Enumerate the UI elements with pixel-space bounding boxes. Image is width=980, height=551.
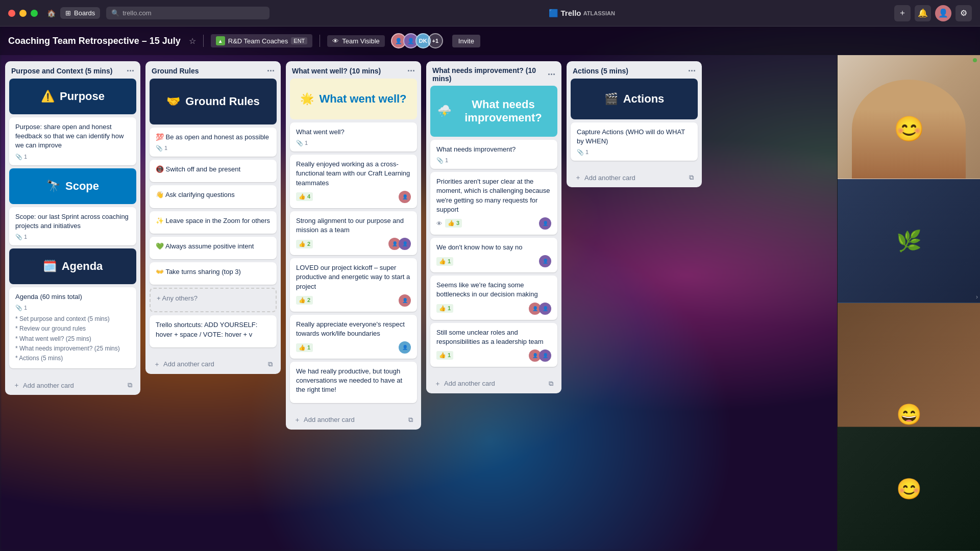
- member-avatar-extra[interactable]: +1: [428, 33, 443, 48]
- agenda-banner-text: Agenda: [62, 260, 103, 273]
- ww-card-2[interactable]: Strong alignment to our purpose and miss…: [290, 211, 417, 255]
- url-text: trello.com: [122, 9, 151, 17]
- agenda-attachment-badge: 📎 1: [15, 305, 27, 311]
- workspace-icon: ▲: [216, 36, 225, 45]
- rule-card-6[interactable]: 👐 Take turns sharing (top 3): [150, 262, 277, 285]
- board-title: Coaching Team Retrospective – 15 July: [8, 36, 181, 46]
- went-well-banner-card[interactable]: 🌟 What went well?: [290, 79, 417, 119]
- back-button[interactable]: 🏠: [44, 6, 58, 20]
- ni-vote-2[interactable]: 👍 1: [436, 257, 453, 266]
- notification-bell-icon[interactable]: 🔔: [915, 5, 931, 21]
- agenda-banner-card[interactable]: 🗓️ Agenda: [9, 248, 136, 284]
- rule-1-attachment: 📎 1: [156, 145, 167, 152]
- ground-rules-emoji: 🤝: [166, 95, 180, 108]
- ww-card-1[interactable]: Really enjoyed working as a cross-functi…: [290, 155, 417, 208]
- add-card-went-well[interactable]: ＋ Add another card ⧉: [290, 412, 417, 428]
- column-actions: Actions (5 mins) ··· 🎬 Actions Capture A…: [567, 61, 702, 187]
- video-person-2: 🌿: [838, 179, 980, 303]
- ni-header-card[interactable]: What needs improvement? 📎 1: [430, 140, 557, 169]
- add-card-ni[interactable]: ＋ Add another card ⧉: [430, 376, 557, 391]
- add-card-actions[interactable]: ＋ Add another card ⧉: [571, 170, 698, 185]
- actions-banner-card[interactable]: 🎬 Actions: [571, 79, 698, 119]
- column-menu-purpose[interactable]: ···: [127, 66, 134, 76]
- rule-card-4[interactable]: ✨ Leave space in the Zoom for others: [150, 211, 277, 234]
- new-tab-button[interactable]: ＋: [894, 5, 911, 21]
- ni-banner-card[interactable]: ⛈️ What needs improvement?: [430, 86, 557, 137]
- ww-header-attach: 📎 1: [296, 140, 308, 146]
- ww-card-3-text: LOVED our project kickoff – super produc…: [296, 263, 411, 291]
- ni-card-2[interactable]: We don't know how to say no 👍 1 👤: [430, 238, 557, 272]
- ww-card-4[interactable]: Really appreciate everyone's respect tow…: [290, 315, 417, 359]
- any-others-card[interactable]: + Any others?: [150, 288, 277, 312]
- video-tile-1: 😊: [838, 55, 980, 179]
- purpose-banner-card[interactable]: ⚠️ Purpose: [9, 79, 136, 114]
- visibility-tag[interactable]: 👁 Team Visible: [327, 35, 384, 47]
- scope-text-card[interactable]: Scope: our last Sprint across coaching p…: [9, 207, 136, 245]
- rule-card-5[interactable]: 💚 Always assume positive intent: [150, 237, 277, 259]
- rule-card-1[interactable]: 💯 Be as open and honest as possible 📎 1: [150, 128, 277, 157]
- minimize-button[interactable]: [19, 10, 27, 17]
- column-menu-ground-rules[interactable]: ···: [267, 66, 275, 76]
- actions-attach: 📎 1: [577, 149, 589, 156]
- ground-rules-banner-card[interactable]: 🤝 Ground Rules: [150, 79, 277, 124]
- invite-button[interactable]: Invite: [452, 35, 480, 47]
- board-area: Purpose and Context (5 mins) ··· ⚠️ Purp…: [0, 55, 837, 551]
- rule-card-2[interactable]: 📵 Switch off and be present: [150, 160, 277, 182]
- search-icon: 🔍: [111, 9, 119, 17]
- ni-eye-badge: 👁: [436, 220, 442, 227]
- column-header-ground-rules: Ground Rules ···: [145, 61, 281, 79]
- ni-card-1-text: Priorities aren't super clear at the mom…: [436, 177, 551, 214]
- column-menu-ni[interactable]: ···: [548, 70, 555, 79]
- ww-vote-4[interactable]: 👍 1: [296, 343, 313, 352]
- column-ground-rules: Ground Rules ··· 🤝 Ground Rules 💯 Be as …: [145, 61, 281, 374]
- scope-banner-card[interactable]: 🔭 Scope: [9, 168, 136, 204]
- ni-emoji: ⛈️: [437, 105, 451, 118]
- star-button[interactable]: ☆: [189, 36, 196, 46]
- ni-vote-3[interactable]: 👍 1: [436, 304, 453, 313]
- purpose-text: Purpose: share open and honest feedback …: [15, 122, 130, 151]
- add-card-purpose[interactable]: ＋ Add another card ⧉: [9, 378, 136, 393]
- actions-card-1[interactable]: Capture Actions (WHO will do WHAT by WHE…: [571, 122, 698, 161]
- boards-icon: ⊞: [65, 9, 71, 17]
- chevron-icon[interactable]: ›: [976, 293, 978, 300]
- ww-vote-1[interactable]: 👍 4: [296, 192, 313, 201]
- ww-card-3[interactable]: LOVED our project kickoff – super produc…: [290, 258, 417, 312]
- purpose-banner-text: Purpose: [60, 90, 105, 103]
- column-menu-went-well[interactable]: ···: [407, 66, 415, 76]
- settings-icon[interactable]: ⚙: [955, 5, 972, 21]
- ww-avatar-1: 👤: [399, 191, 411, 203]
- ww-vote-2[interactable]: 👍 2: [296, 240, 313, 248]
- boards-nav-button[interactable]: ⊞ Boards: [60, 7, 100, 19]
- header-divider: [203, 35, 204, 47]
- purpose-attachment-badge: 📎 1: [15, 154, 27, 160]
- user-avatar-chrome[interactable]: 👤: [935, 5, 951, 21]
- ni-avatar-2: 👤: [539, 255, 551, 267]
- workspace-tag[interactable]: ▲ R&D Team Coaches ENT: [211, 34, 313, 47]
- trello-header: Coaching Team Retrospective – 15 July ☆ …: [0, 27, 980, 55]
- add-card-ground-rules[interactable]: ＋ Add another card ⧉: [150, 357, 277, 372]
- ni-card-1[interactable]: Priorities aren't super clear at the mom…: [430, 172, 557, 235]
- column-title-went-well: What went well? (10 mins): [292, 67, 381, 75]
- ww-card-5[interactable]: We had really productive, but tough conv…: [290, 362, 417, 403]
- copy-icon-gr: ⧉: [268, 360, 273, 368]
- ww-avatar-4: 👤: [399, 341, 411, 354]
- scope-emoji: 🔭: [46, 180, 60, 193]
- ni-vote-4[interactable]: 👍 1: [436, 351, 453, 360]
- close-button[interactable]: [8, 10, 15, 17]
- ni-card-4[interactable]: Still some unclear roles and responsibil…: [430, 323, 557, 367]
- went-well-header-card[interactable]: What went well? 📎 1: [290, 122, 417, 152]
- scope-text: Scope: our last Sprint across coaching p…: [15, 212, 130, 231]
- purpose-text-card[interactable]: Purpose: share open and honest feedback …: [9, 117, 136, 165]
- ni-card-3[interactable]: Seems like we're facing some bottlenecks…: [430, 276, 557, 319]
- visibility-label: Team Visible: [342, 37, 379, 45]
- member-avatars: 👤 👤 DK +1: [394, 33, 443, 48]
- agenda-text-card[interactable]: Agenda (60 mins total) 📎 1 * Set purpose…: [9, 287, 136, 368]
- rule-card-3[interactable]: 👋 Ask clarifying questions: [150, 185, 277, 208]
- shortcuts-card[interactable]: Trello shortcuts: ADD YOURSELF: hover + …: [150, 315, 277, 347]
- column-menu-actions[interactable]: ···: [688, 66, 696, 76]
- ww-vote-3[interactable]: 👍 2: [296, 296, 313, 305]
- ni-vote-1[interactable]: 👍 3: [445, 219, 462, 228]
- went-well-emoji: 🌟: [300, 92, 314, 106]
- maximize-button[interactable]: [31, 10, 38, 17]
- address-bar[interactable]: 🔍 trello.com: [106, 7, 270, 19]
